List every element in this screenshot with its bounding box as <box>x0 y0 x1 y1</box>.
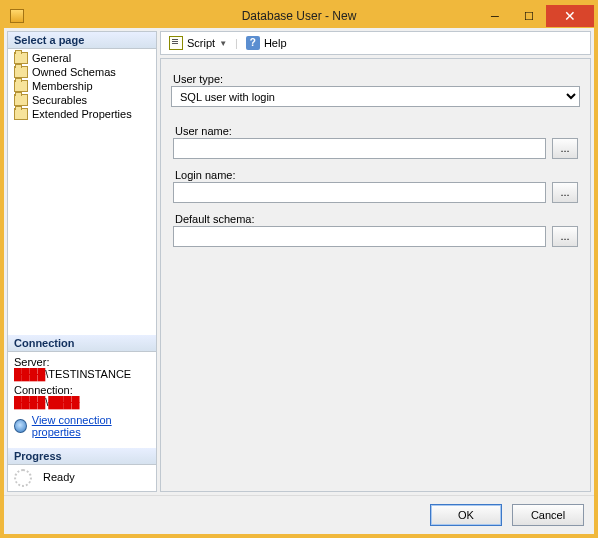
server-label: Server: <box>14 356 150 368</box>
page-icon <box>14 52 28 64</box>
dialog-window: Database User - New ─ ☐ ✕ Select a page … <box>0 0 598 538</box>
username-input[interactable] <box>173 138 546 159</box>
defaultschema-input[interactable] <box>173 226 546 247</box>
progress-body: Ready <box>8 465 156 491</box>
footer: OK Cancel <box>4 495 594 534</box>
script-icon <box>169 36 183 50</box>
close-button[interactable]: ✕ <box>546 5 594 27</box>
cancel-button[interactable]: Cancel <box>512 504 584 526</box>
page-icon <box>14 80 28 92</box>
app-icon <box>10 9 24 23</box>
defaultschema-browse-button[interactable]: ... <box>552 226 578 247</box>
page-icon <box>14 108 28 120</box>
script-button[interactable]: Script ▼ <box>169 36 227 50</box>
loginname-browse-button[interactable]: ... <box>552 182 578 203</box>
view-connection-properties-link[interactable]: View connection properties <box>32 414 150 438</box>
page-securables[interactable]: Securables <box>12 93 152 107</box>
help-icon: ? <box>246 36 260 50</box>
toolbar: Script ▼ | ? Help <box>160 31 591 55</box>
page-membership[interactable]: Membership <box>12 79 152 93</box>
page-general[interactable]: General <box>12 51 152 65</box>
connection-header: Connection <box>8 335 156 352</box>
username-browse-button[interactable]: ... <box>552 138 578 159</box>
loginname-input[interactable] <box>173 182 546 203</box>
usertype-label: User type: <box>173 73 580 85</box>
left-pane: Select a page General Owned Schemas Memb… <box>7 31 157 492</box>
defaultschema-label: Default schema: <box>175 213 546 225</box>
chevron-down-icon: ▼ <box>219 39 227 48</box>
ok-button[interactable]: OK <box>430 504 502 526</box>
progress-header: Progress <box>8 448 156 465</box>
globe-icon <box>14 419 27 433</box>
minimize-button[interactable]: ─ <box>478 5 512 27</box>
select-page-header: Select a page <box>8 32 156 49</box>
loginname-label: Login name: <box>175 169 546 181</box>
page-extended-properties[interactable]: Extended Properties <box>12 107 152 121</box>
server-value: ████\TESTINSTANCE <box>14 368 150 380</box>
page-icon <box>14 66 28 78</box>
page-icon <box>14 94 28 106</box>
connection-value: ████\████ <box>14 396 150 408</box>
titlebar[interactable]: Database User - New ─ ☐ ✕ <box>4 4 594 28</box>
progress-status: Ready <box>43 471 75 483</box>
window-title: Database User - New <box>242 9 357 23</box>
page-list: General Owned Schemas Membership Securab… <box>8 49 156 123</box>
page-owned-schemas[interactable]: Owned Schemas <box>12 65 152 79</box>
maximize-button[interactable]: ☐ <box>512 5 546 27</box>
connection-label: Connection: <box>14 384 150 396</box>
usertype-select[interactable]: SQL user with login <box>171 86 580 107</box>
content-panel: User type: SQL user with login User name… <box>160 58 591 492</box>
help-button[interactable]: ? Help <box>246 36 287 50</box>
progress-spinner-icon <box>14 469 32 487</box>
username-label: User name: <box>175 125 546 137</box>
